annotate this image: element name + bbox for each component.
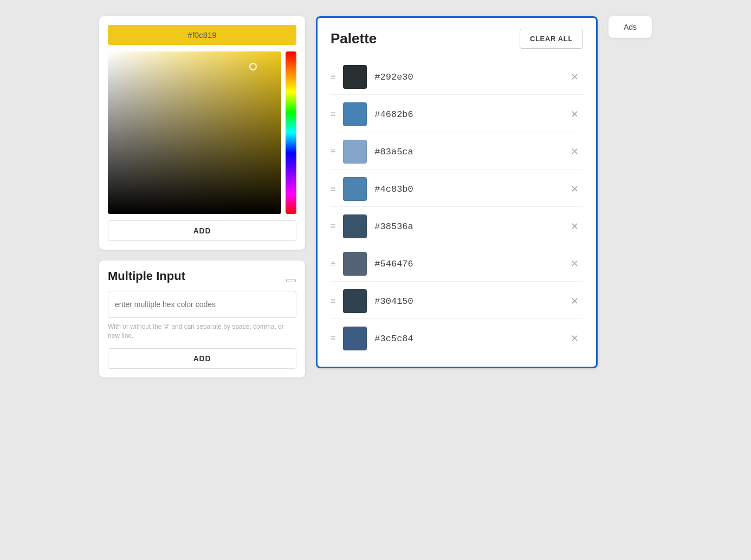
palette-item: ≡ #292e30 ✕ [331, 60, 583, 95]
picker-area [108, 51, 296, 214]
palette-title: Palette [331, 30, 377, 47]
color-swatch[interactable] [343, 327, 367, 350]
multiple-input-add-button[interactable]: ADD [108, 348, 296, 369]
color-hex-label: #83a5ca [374, 147, 559, 157]
remove-color-button[interactable]: ✕ [566, 145, 583, 159]
palette-header: Palette CLEAR ALL [331, 29, 583, 49]
input-hint: With or without the '#' and can separate… [108, 322, 296, 341]
color-swatch[interactable] [343, 65, 367, 89]
drag-handle-icon[interactable]: ≡ [331, 222, 335, 231]
hue-slider[interactable] [286, 51, 296, 214]
remove-color-button[interactable]: ✕ [566, 182, 583, 196]
drag-handle-icon[interactable]: ≡ [331, 334, 335, 343]
ads-label: Ads [624, 23, 637, 31]
color-swatch[interactable] [343, 102, 367, 126]
multiple-input-card: Multiple Input With or without the '#' a… [99, 261, 305, 377]
palette-item: ≡ #3c5c84 ✕ [331, 321, 583, 356]
drag-handle-icon[interactable]: ≡ [331, 72, 335, 82]
color-hex-display: #f0c819 [108, 25, 296, 45]
left-panel: #f0c819 ADD Multiple Input With or witho… [99, 16, 305, 377]
drag-handle-icon[interactable]: ≡ [331, 147, 335, 157]
color-hex-label: #304150 [374, 296, 559, 307]
color-hex-label: #292e30 [374, 72, 559, 82]
drag-handle-icon[interactable]: ≡ [331, 184, 335, 194]
color-swatch[interactable] [343, 252, 367, 276]
drag-handle-icon[interactable]: ≡ [331, 259, 335, 269]
palette-panel: Palette CLEAR ALL ≡ #292e30 ✕ ≡ #4682b6 … [316, 16, 598, 368]
remove-color-button[interactable]: ✕ [566, 70, 583, 84]
multiple-input-title: Multiple Input [108, 269, 296, 283]
ads-panel: Ads [608, 16, 652, 38]
gradient-canvas[interactable] [108, 51, 281, 214]
palette-item: ≡ #4682b6 ✕ [331, 97, 583, 132]
multiple-input-field[interactable] [108, 291, 296, 318]
drag-handle-icon[interactable]: ≡ [331, 109, 335, 119]
color-hex-label: #546476 [374, 259, 559, 269]
remove-color-button[interactable]: ✕ [566, 219, 583, 233]
color-swatch[interactable] [343, 289, 367, 313]
color-hex-label: #4682b6 [374, 109, 559, 120]
color-hex-label: #38536a [374, 222, 559, 232]
remove-color-button[interactable]: ✕ [566, 294, 583, 308]
color-picker-add-button[interactable]: ADD [108, 220, 296, 241]
palette-item: ≡ #4c83b0 ✕ [331, 172, 583, 207]
palette-item: ≡ #546476 ✕ [331, 246, 583, 282]
drag-handle-icon[interactable]: ≡ [331, 296, 335, 306]
remove-color-button[interactable]: ✕ [566, 331, 583, 346]
clear-all-button[interactable]: CLEAR ALL [520, 29, 583, 49]
color-picker-card: #f0c819 ADD [99, 16, 305, 250]
gradient-cursor [249, 63, 257, 70]
color-swatch[interactable] [343, 214, 367, 238]
color-swatch[interactable] [343, 140, 367, 164]
palette-item: ≡ #83a5ca ✕ [331, 134, 583, 170]
palette-list: ≡ #292e30 ✕ ≡ #4682b6 ✕ ≡ #83a5ca ✕ ≡ #4… [331, 60, 583, 356]
palette-item: ≡ #38536a ✕ [331, 209, 583, 244]
color-swatch[interactable] [343, 177, 367, 201]
remove-color-button[interactable]: ✕ [566, 107, 583, 121]
palette-item: ≡ #304150 ✕ [331, 284, 583, 319]
color-hex-label: #3c5c84 [374, 334, 559, 344]
color-hex-label: #4c83b0 [374, 184, 559, 194]
remove-color-button[interactable]: ✕ [566, 257, 583, 271]
